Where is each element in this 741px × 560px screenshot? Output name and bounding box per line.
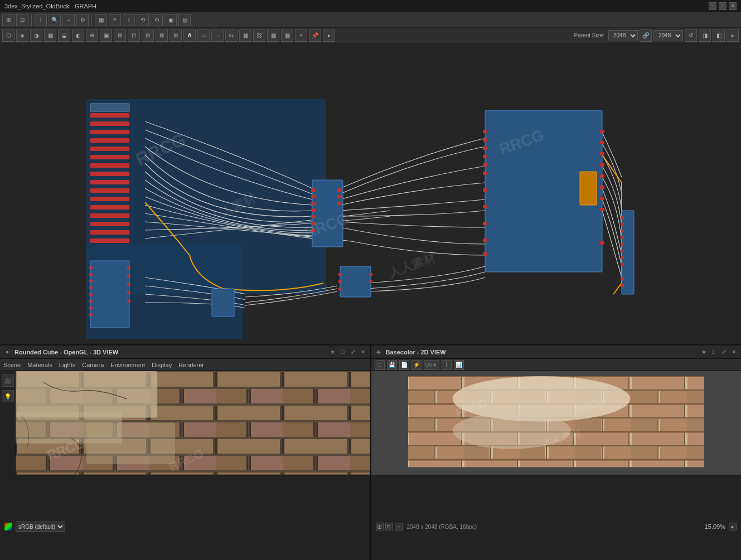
toolbar-info-btn[interactable]: i xyxy=(35,14,47,26)
box2-btn[interactable]: ▣ xyxy=(100,30,112,42)
toolbar-list-btn[interactable]: ≡ xyxy=(109,14,121,26)
plus-circle-btn[interactable]: ⊕ xyxy=(86,30,98,42)
toolbar2-grid4-btn[interactable]: ▦ xyxy=(267,30,279,42)
svg-rect-18 xyxy=(90,230,129,235)
panel-2d-pin-btn[interactable]: ★ xyxy=(700,348,708,356)
panel-3d-pin-btn[interactable]: ★ xyxy=(329,348,337,356)
camera-btn[interactable]: 🎥 xyxy=(2,374,14,387)
toolbar-home-btn[interactable]: ⊞ xyxy=(2,14,14,26)
toolbar-settings-btn[interactable]: ⚙ xyxy=(76,14,89,26)
svg-rect-36 xyxy=(483,163,487,167)
add2-btn[interactable]: ⊞ xyxy=(169,30,182,42)
toolbar2-arrow2-btn[interactable]: ▸ xyxy=(323,30,335,42)
view-main-3d[interactable]: RRCG 人人素材 RRCG xyxy=(16,371,370,475)
svg-rect-32 xyxy=(483,130,487,133)
split-right-btn[interactable]: ◨ xyxy=(699,30,711,42)
panel-3d-close-btn[interactable]: ✕ xyxy=(359,348,367,356)
svg-rect-64 xyxy=(90,261,129,328)
color-space-select[interactable]: sRGB (default) Linear Raw xyxy=(16,522,65,532)
toolbar-grid-btn[interactable]: ▦ xyxy=(95,14,107,26)
split-left-btn[interactable]: ◧ xyxy=(713,30,725,42)
toolbar-search-btn[interactable]: 🔍 xyxy=(49,14,61,26)
hex-btn[interactable]: ⬡ xyxy=(2,30,14,42)
minus-btn[interactable]: ⊟ xyxy=(142,30,154,42)
2d-new-btn[interactable]: □ xyxy=(375,360,385,370)
toolbar2-A-btn[interactable]: A xyxy=(183,30,196,42)
menu-camera[interactable]: Camera xyxy=(82,362,104,368)
toolbar-layout-btn[interactable]: ▤ xyxy=(178,14,191,26)
light-btn[interactable]: 💡 xyxy=(2,390,14,402)
svg-rect-6 xyxy=(90,130,129,134)
panel-3d: ● Rounded Cube - OpenGL - 3D VIEW ★ □ ⤢ … xyxy=(0,345,371,560)
toolbar-box-btn[interactable]: ▣ xyxy=(164,14,177,26)
toolbar-view-btn[interactable]: ⊡ xyxy=(16,14,28,26)
flip-btn[interactable]: ↔ xyxy=(395,523,403,530)
2d-uv-btn[interactable]: UV▼ xyxy=(424,360,439,370)
svg-rect-38 xyxy=(483,188,487,192)
panel-3d-content[interactable]: 🎥 💡 xyxy=(0,371,370,475)
2d-nav-btn[interactable]: ▸ xyxy=(729,523,737,530)
2d-info-btn[interactable]: i xyxy=(442,360,452,370)
circle-btn[interactable]: ◒ xyxy=(58,30,70,42)
toolbar2-grid3-btn[interactable]: ▦ xyxy=(239,30,251,42)
link-btn[interactable]: 🔗 xyxy=(640,30,652,42)
toolbar2-pin-btn[interactable]: 📌 xyxy=(309,30,321,42)
panel-2d-expand-btn[interactable]: ⤢ xyxy=(720,348,728,356)
maximize-button[interactable]: □ xyxy=(719,2,727,10)
svg-rect-81 xyxy=(338,280,342,283)
toolbar-transform-btn[interactable]: ↔ xyxy=(62,14,75,26)
toolbar-undo-btn[interactable]: ⟲ xyxy=(137,14,149,26)
add-btn[interactable]: ⊞ xyxy=(114,30,126,42)
remove-btn[interactable]: ⊡ xyxy=(128,30,140,42)
diamond-btn[interactable]: ◈ xyxy=(16,30,28,42)
zoom-fit-btn[interactable]: ◫ xyxy=(376,523,384,530)
panel-2d-close-btn[interactable]: ✕ xyxy=(730,348,738,356)
panel-2d-content[interactable]: RRCG 人人素材 RRCG xyxy=(371,371,742,475)
svg-rect-33 xyxy=(483,138,487,142)
svg-rect-25 xyxy=(311,215,316,218)
menu-materials[interactable]: Materials xyxy=(27,362,52,368)
svg-rect-16 xyxy=(90,213,129,218)
menu-lights[interactable]: Lights xyxy=(59,362,75,368)
svg-rect-14 xyxy=(90,197,129,201)
svg-rect-46 xyxy=(600,163,604,167)
grid2-btn[interactable]: ▦ xyxy=(44,30,56,42)
size-select-2[interactable]: 512 1024 2048 4096 xyxy=(653,30,683,41)
svg-rect-7 xyxy=(90,138,129,143)
2d-export-btn[interactable]: 📄 xyxy=(399,360,409,370)
minimize-button[interactable]: ─ xyxy=(709,2,716,10)
toolbar2-dot-btn[interactable]: • xyxy=(295,30,307,42)
svg-rect-8 xyxy=(90,147,129,151)
close-button[interactable]: ✕ xyxy=(729,2,737,10)
toolbar2-frame-btn[interactable]: ▭ xyxy=(197,30,210,42)
panel-3d-minimize-btn[interactable]: □ xyxy=(339,348,347,356)
parent-size-select[interactable]: 512 1024 2048 4096 xyxy=(608,30,638,41)
x-btn[interactable]: ⊠ xyxy=(156,30,168,42)
play-btn[interactable]: ▸ xyxy=(727,30,739,42)
panel-2d-status-bar: ◫ ⊡ ↔ 2048 x 2048 (RGBA, 16bpc) 15.09% ▸ xyxy=(371,475,742,561)
zoom-btn[interactable]: ⊡ xyxy=(385,523,393,530)
panel-2d-minimize-btn[interactable]: □ xyxy=(710,348,718,356)
half-circle-btn[interactable]: ◑ xyxy=(30,30,42,42)
menu-scene[interactable]: Scene xyxy=(3,362,21,368)
toolbar-gear-btn[interactable]: ⚙ xyxy=(151,14,163,26)
menu-environment[interactable]: Environment xyxy=(110,362,145,368)
panel-3d-status-bar: sRGB (default) Linear Raw xyxy=(0,475,370,561)
toolbar-sort-btn[interactable]: ↕ xyxy=(123,14,135,26)
toolbar2-arrow-btn[interactable]: → xyxy=(211,30,224,42)
leaf-btn[interactable]: ◐ xyxy=(72,30,84,42)
2d-save-btn[interactable]: 💾 xyxy=(387,360,397,370)
menu-renderer[interactable]: Renderer xyxy=(178,362,204,368)
toolbar2-chain-btn[interactable]: ⛓ xyxy=(253,30,265,42)
panel-3d-expand-btn[interactable]: ⤢ xyxy=(349,348,357,356)
panel-2d-title: Basecolor - 2D VIEW xyxy=(386,349,446,356)
toolbar2-grid5-btn[interactable]: ▦ xyxy=(281,30,293,42)
panel-2d-icon: ◈ xyxy=(375,348,382,356)
svg-rect-56 xyxy=(621,230,624,232)
2d-stats-btn[interactable]: 📊 xyxy=(454,360,464,370)
refresh-btn[interactable]: ↺ xyxy=(685,30,697,42)
menu-display[interactable]: Display xyxy=(152,362,172,368)
toolbar2-num-btn[interactable]: 01 xyxy=(225,30,238,42)
graph-area[interactable]: RRCG RRCG RRCG 人人素材 人人素材 xyxy=(0,43,741,344)
2d-flash-btn[interactable]: ⚡ xyxy=(411,360,422,370)
